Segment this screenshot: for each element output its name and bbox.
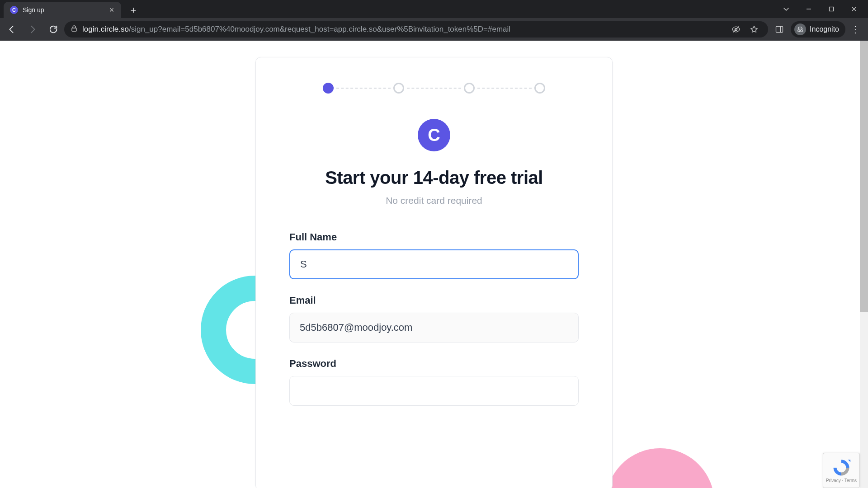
new-tab-button[interactable]: + (126, 3, 141, 18)
signup-card: C Start your 14-day free trial No credit… (255, 57, 613, 488)
fullname-label: Full Name (289, 231, 579, 243)
step-connector (477, 88, 532, 89)
reload-button[interactable] (43, 19, 63, 39)
address-bar: login.circle.so/sign_up?email=5d5b6807%4… (0, 18, 868, 41)
window-controls (775, 0, 868, 18)
svg-marker-10 (848, 460, 850, 462)
close-icon[interactable]: × (108, 6, 116, 14)
incognito-indicator[interactable]: Incognito (791, 21, 845, 38)
close-window-button[interactable] (843, 0, 865, 18)
tab-favicon: C (10, 6, 18, 14)
page-title: Start your 14-day free trial (325, 168, 543, 188)
maximize-button[interactable] (820, 0, 843, 18)
page-subtitle: No credit card required (386, 195, 482, 206)
recaptcha-badge[interactable]: Privacy · Terms (823, 453, 860, 488)
vertical-scrollbar[interactable] (860, 41, 868, 488)
password-label: Password (289, 358, 579, 370)
eye-off-icon[interactable] (728, 22, 744, 37)
scrollbar-thumb[interactable] (860, 41, 868, 312)
minimize-button[interactable] (797, 0, 820, 18)
chevron-down-icon[interactable] (775, 0, 797, 18)
lock-icon (71, 25, 78, 34)
tab-bar: C Sign up × + (0, 0, 868, 18)
forward-button[interactable] (23, 19, 42, 39)
app-logo: C (418, 119, 450, 151)
address-bar-actions (728, 22, 762, 37)
password-input[interactable] (289, 376, 579, 406)
svg-rect-2 (72, 28, 76, 31)
field-group-fullname: Full Name (289, 231, 579, 279)
svg-rect-5 (776, 26, 783, 32)
browser-chrome: C Sign up × + (0, 0, 868, 41)
step-dot-2 (393, 83, 404, 94)
sidepanel-icon[interactable] (772, 22, 787, 37)
email-label: Email (289, 295, 579, 306)
field-group-email: Email (289, 295, 579, 343)
decorative-circle-pink (606, 448, 714, 488)
page-viewport: C Start your 14-day free trial No credit… (0, 41, 868, 488)
email-input[interactable] (289, 313, 579, 343)
browser-tab[interactable]: C Sign up × (4, 2, 121, 18)
plus-icon: + (131, 5, 137, 16)
step-dot-1 (323, 83, 334, 94)
bookmark-star-icon[interactable] (746, 22, 762, 37)
incognito-icon (794, 23, 806, 35)
step-connector (336, 88, 391, 89)
svg-point-7 (798, 30, 800, 32)
url-text: login.circle.so/sign_up?email=5d5b6807%4… (82, 25, 510, 34)
signup-form: Full Name Email Password (289, 231, 579, 406)
progress-steps (323, 83, 545, 94)
field-group-password: Password (289, 358, 579, 406)
fullname-input[interactable] (289, 249, 579, 279)
recaptcha-links[interactable]: Privacy · Terms (826, 478, 857, 483)
recaptcha-icon (832, 458, 851, 477)
back-button[interactable] (2, 19, 22, 39)
tab-title: Sign up (23, 6, 103, 14)
incognito-label: Incognito (810, 25, 839, 33)
step-dot-3 (464, 83, 475, 94)
step-dot-4 (534, 83, 545, 94)
browser-menu-button[interactable]: ⋮ (846, 20, 864, 38)
url-field[interactable]: login.circle.so/sign_up?email=5d5b6807%4… (64, 21, 768, 38)
svg-rect-1 (830, 7, 834, 11)
step-connector (407, 88, 461, 89)
svg-point-8 (801, 30, 803, 32)
